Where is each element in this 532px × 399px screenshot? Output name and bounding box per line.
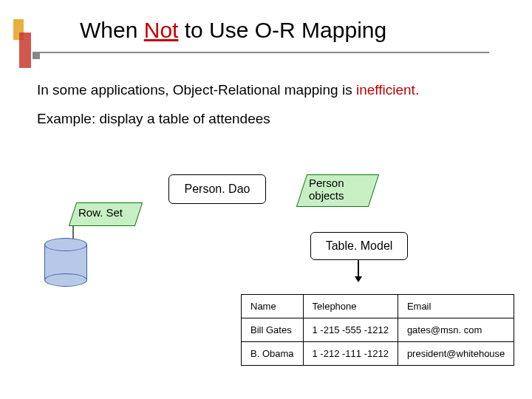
diagram: Row. Set Person. Dao Person objects Tabl… bbox=[44, 174, 502, 307]
cell-telephone: 1 -215 -555 -1212 bbox=[303, 318, 398, 342]
cell-email: gates@msn. com bbox=[398, 318, 514, 342]
attendees-table: Name Telephone Email Bill Gates 1 -215 -… bbox=[241, 294, 514, 366]
title-post: to Use O-R Mapping bbox=[178, 18, 386, 42]
table-header-row: Name Telephone Email bbox=[242, 295, 514, 318]
cell-telephone: 1 -212 -111 -1212 bbox=[303, 342, 398, 366]
title-underline bbox=[33, 52, 489, 53]
person-dao-node: Person. Dao bbox=[168, 174, 266, 204]
col-telephone: Telephone bbox=[303, 295, 398, 318]
person-objects-label: Person objects bbox=[309, 177, 344, 202]
rowset-node: Row. Set bbox=[72, 202, 139, 226]
title-pre: When bbox=[80, 18, 144, 42]
rowset-label: Row. Set bbox=[78, 206, 123, 219]
body-line-2: Example: display a table of attendees bbox=[37, 110, 495, 129]
col-name: Name bbox=[242, 295, 304, 318]
col-email: Email bbox=[398, 295, 514, 318]
title-emphasis: Not bbox=[144, 18, 179, 42]
person-objects-node: Person objects bbox=[301, 174, 374, 207]
cell-name: B. Obama bbox=[242, 342, 304, 366]
person-objects-label-l1: Person bbox=[309, 177, 344, 189]
person-dao-label: Person. Dao bbox=[185, 183, 250, 196]
table-model-label: Table. Model bbox=[326, 239, 393, 253]
slide-body: In some applications, Object-Relational … bbox=[37, 81, 495, 128]
slide-title: When Not to Use O-R Mapping bbox=[80, 18, 386, 43]
title-underline-tick bbox=[33, 52, 40, 59]
table-model-node: Table. Model bbox=[310, 232, 408, 260]
cell-name: Bill Gates bbox=[242, 318, 304, 342]
table-row: Bill Gates 1 -215 -555 -1212 gates@msn. … bbox=[242, 318, 514, 342]
slide-corner-ornament bbox=[13, 19, 33, 71]
table-row: B. Obama 1 -212 -111 -1212 president@whi… bbox=[242, 342, 514, 366]
arrow-tablemodel-to-table bbox=[358, 260, 359, 281]
body-line-1a: In some applications, Object-Relational … bbox=[37, 82, 356, 98]
cell-email: president@whitehouse bbox=[398, 342, 514, 366]
body-line-1b-inefficient: inefficient. bbox=[356, 82, 419, 98]
database-cylinder-icon bbox=[44, 238, 86, 282]
body-line-1: In some applications, Object-Relational … bbox=[37, 81, 495, 100]
person-objects-label-l2: objects bbox=[309, 189, 344, 202]
